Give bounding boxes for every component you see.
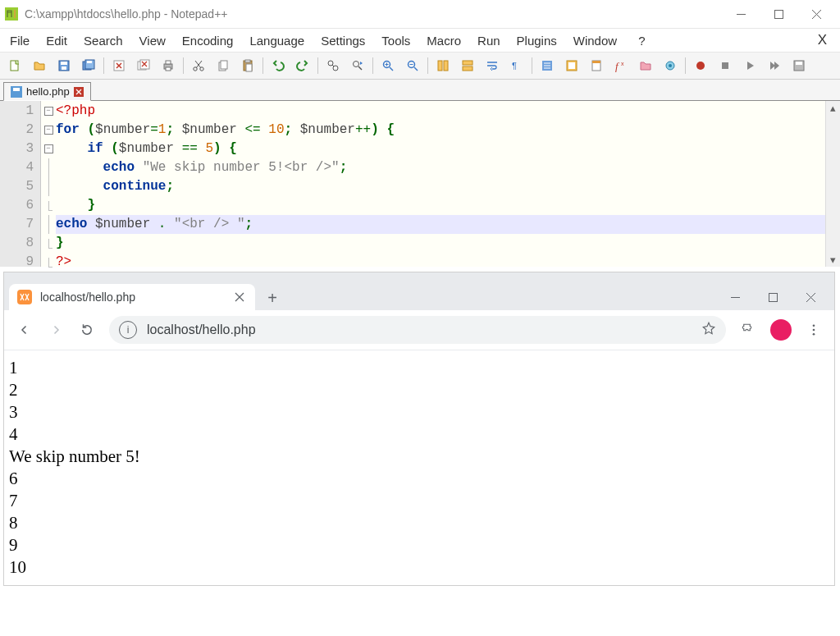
code-editor[interactable]: 123456789 −−− <?phpfor ($number=1; $numb…: [0, 101, 840, 272]
sync-vert-icon[interactable]: [432, 55, 454, 76]
menu-run[interactable]: Run: [469, 31, 509, 50]
svg-point-41: [696, 62, 705, 70]
redo-icon[interactable]: [292, 55, 313, 76]
paste-icon[interactable]: [237, 55, 258, 76]
svg-point-24: [354, 62, 359, 67]
minimize-button[interactable]: [722, 2, 760, 25]
folder-workspace-icon[interactable]: [635, 55, 656, 76]
svg-rect-5: [62, 66, 66, 70]
func-list-icon[interactable]: fx: [610, 55, 632, 76]
fold-column[interactable]: −−−: [41, 101, 56, 267]
menu-file[interactable]: File: [2, 31, 38, 50]
copy-icon[interactable]: [212, 55, 234, 76]
browser-toolbar: i localhost/hello.php: [4, 310, 834, 350]
play-multi-icon[interactable]: [764, 55, 785, 76]
wordwrap-icon[interactable]: [482, 55, 503, 76]
save-all-icon[interactable]: [78, 55, 99, 76]
page-content: 1234We skip number 5!678910: [4, 350, 834, 585]
npp-menubar: File Edit Search View Encoding Language …: [0, 29, 840, 52]
npp-titlebar: C:\xampp\htdocs\hello.php - Notepad++: [0, 0, 840, 29]
menu-search[interactable]: Search: [75, 31, 131, 50]
replace-icon[interactable]: [347, 55, 368, 76]
svg-rect-4: [61, 62, 67, 65]
menu-plugins[interactable]: Plugins: [509, 31, 565, 50]
open-file-icon[interactable]: [29, 55, 50, 76]
new-tab-button[interactable]: +: [260, 286, 285, 310]
play-macro-icon[interactable]: [739, 55, 760, 76]
forward-button[interactable]: [42, 316, 70, 344]
svg-point-51: [813, 329, 815, 332]
reload-button[interactable]: [73, 316, 101, 344]
vertical-scrollbar[interactable]: ▴ ▾: [825, 101, 840, 267]
svg-rect-44: [796, 62, 802, 65]
file-tab-hello[interactable]: hello.php: [3, 82, 91, 101]
cut-icon[interactable]: [188, 55, 209, 76]
menu-help[interactable]: ?: [630, 31, 653, 50]
browser-close-button[interactable]: [792, 284, 829, 310]
save-icon[interactable]: [53, 55, 75, 76]
svg-point-40: [669, 64, 672, 67]
profile-avatar[interactable]: [770, 319, 792, 341]
tab-close-icon[interactable]: [74, 87, 84, 97]
browser-tab-title: localhost/hello.php: [40, 291, 226, 304]
menu-kebab-icon[interactable]: [800, 316, 828, 344]
svg-rect-29: [463, 61, 472, 65]
svg-text:f: f: [615, 60, 620, 72]
doc-map-icon[interactable]: [586, 55, 607, 76]
monitor-icon[interactable]: [660, 55, 681, 76]
line-number-gutter: 123456789: [0, 101, 41, 267]
extensions-icon[interactable]: [734, 316, 762, 344]
svg-rect-1: [774, 10, 783, 18]
svg-rect-14: [166, 67, 171, 71]
svg-text:¶: ¶: [512, 61, 517, 71]
browser-tab[interactable]: localhost/hello.php: [9, 284, 255, 310]
svg-rect-46: [13, 88, 20, 91]
svg-rect-42: [722, 62, 728, 69]
bookmark-star-icon[interactable]: [701, 321, 716, 339]
save-macro-icon[interactable]: [788, 55, 810, 76]
close-button[interactable]: [797, 2, 835, 25]
all-chars-icon[interactable]: ¶: [506, 55, 527, 76]
code-area[interactable]: <?phpfor ($number=1; $number <= 10; $num…: [56, 101, 825, 267]
address-bar[interactable]: i localhost/hello.php: [109, 316, 726, 344]
stop-macro-icon[interactable]: [714, 55, 736, 76]
new-file-icon[interactable]: [4, 55, 25, 76]
menu-language[interactable]: Language: [241, 31, 313, 50]
menu-settings[interactable]: Settings: [313, 31, 373, 50]
menu-edit[interactable]: Edit: [38, 31, 75, 50]
svg-rect-18: [221, 61, 227, 69]
print-icon[interactable]: [158, 55, 179, 76]
find-icon[interactable]: [322, 55, 344, 76]
sync-horiz-icon[interactable]: [457, 55, 478, 76]
menu-encoding[interactable]: Encoding: [174, 31, 242, 50]
maximize-button[interactable]: [760, 2, 797, 25]
indent-guide-icon[interactable]: [536, 55, 558, 76]
svg-rect-13: [166, 61, 171, 64]
window-title: C:\xampp\htdocs\hello.php - Notepad++: [25, 7, 228, 21]
tab-close-icon[interactable]: [234, 291, 245, 303]
svg-point-50: [813, 324, 815, 327]
npp-file-tabs: hello.php: [0, 80, 840, 101]
svg-rect-49: [769, 293, 777, 301]
file-tab-label: hello.php: [26, 85, 70, 98]
svg-rect-34: [568, 62, 575, 69]
scroll-up-icon[interactable]: ▴: [826, 101, 840, 115]
close-file-icon[interactable]: [108, 55, 130, 76]
close-all-icon[interactable]: [133, 55, 154, 76]
record-macro-icon[interactable]: [690, 55, 711, 76]
menu-view[interactable]: View: [131, 31, 174, 50]
browser-minimize-button[interactable]: [716, 284, 754, 310]
back-button[interactable]: [11, 316, 39, 344]
menu-macro[interactable]: Macro: [418, 31, 469, 50]
menu-window[interactable]: Window: [565, 31, 625, 50]
saved-file-icon: [11, 86, 22, 98]
zoom-in-icon[interactable]: [377, 55, 399, 76]
scroll-down-icon[interactable]: ▾: [826, 253, 840, 267]
zoom-out-icon[interactable]: [402, 55, 423, 76]
mdi-close-button[interactable]: X: [808, 30, 837, 51]
menu-tools[interactable]: Tools: [373, 31, 418, 50]
undo-icon[interactable]: [267, 55, 289, 76]
udl-icon[interactable]: [561, 55, 582, 76]
browser-maximize-button[interactable]: [754, 284, 792, 310]
site-info-icon[interactable]: i: [119, 321, 137, 339]
